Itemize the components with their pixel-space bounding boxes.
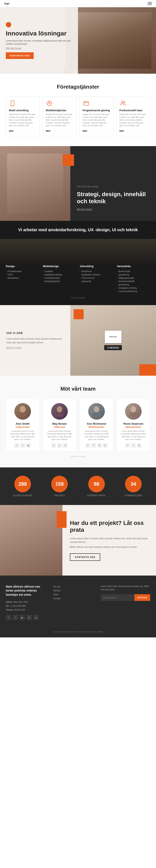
hero-title: Innovativa lösningar <box>6 30 72 37</box>
ann-p-icon[interactable]: p <box>103 443 107 448</box>
roxie-tw-icon[interactable]: t <box>131 443 136 448</box>
alex-yt-icon[interactable]: ▶ <box>26 443 31 448</box>
team-desc-roxie: Lorem ipsum dolor sit amet, consectetur … <box>120 430 148 441</box>
agency-sub-label: SIN DIGITAL BYRÅ <box>77 186 150 188</box>
footer-bottom: Copyright © 2014-2024 All is reserved. P… <box>6 626 150 633</box>
may-tw-icon[interactable]: t <box>57 443 62 448</box>
dev-item-3: ›Front end och <box>80 277 113 279</box>
roxie-fb-icon[interactable]: f <box>125 443 130 448</box>
project-orange-accent <box>57 511 67 528</box>
project-section: Har du ett projekt? Låt oss prata Lorem … <box>0 505 156 576</box>
footer-fb-icon[interactable]: f <box>6 615 11 620</box>
team-social-may: f t in <box>46 443 74 448</box>
team-role-roxie: Marknadsförare <box>120 426 148 428</box>
hero-cta-button[interactable]: KONTAKTA OSS <box>6 52 34 59</box>
stat-circle-4: 34 <box>125 476 141 492</box>
footer-address-label: Adress: <box>6 601 13 603</box>
what-link[interactable]: Bild från Freepik <box>6 347 64 349</box>
stat-circle-2: 158 <box>51 476 68 492</box>
stats-section: 288 GLADA KUNDER 158 PROJEKT 98 KOPPAR K… <box>0 467 156 505</box>
footer-social-row: f t ▶ in p <box>6 615 47 620</box>
footer-hours-label: Timmar: <box>6 609 13 611</box>
team-card-ann: Ann Richmond Webbutvecklare Lorem ipsum … <box>80 399 113 451</box>
avatar-may <box>51 403 68 420</box>
what-right: MOCKUP CUBIKEN <box>70 305 156 376</box>
project-more: Bläde ultrices nec tortor pulvinar ester… <box>70 545 149 549</box>
roxie-in-icon[interactable]: in <box>137 443 141 448</box>
svg-point-9 <box>123 101 125 103</box>
team-name-may: May Brown <box>46 422 74 425</box>
footer: Nam ultrices ultrices nec tortor pulvina… <box>0 576 156 638</box>
team-name-alex: Alex Smith <box>8 422 37 425</box>
svg-point-11 <box>57 406 62 412</box>
footer-newsletter-desc: Lorem ipsum dolor sit amet tortor pulvin… <box>101 585 150 591</box>
design-item-3: ›Illustrationer <box>6 277 39 279</box>
footer-submit-button[interactable]: SKICKA <box>134 594 150 601</box>
team-role-may: Fältkonsult <box>46 426 74 428</box>
what-orange-bottom <box>139 364 156 376</box>
team-role-ann: Webbutvecklare <box>82 426 111 428</box>
team-grid: Alex Smith Fotojournalist Lorem ipsum do… <box>6 399 150 451</box>
service-card-2-link[interactable]: MER <box>46 130 50 132</box>
agency-title: Strategi, design, innehåll och teknik <box>77 191 150 205</box>
footer-phone-value: +1 (212) 820-850 <box>9 605 26 607</box>
stat-label-2: PROJEKT <box>43 494 77 497</box>
team-role-alex: Fotojournalist <box>8 426 37 428</box>
agency-link[interactable]: Bild från Freepik <box>77 208 150 211</box>
footer-email-input[interactable] <box>101 594 134 601</box>
hero-description: Lorem ipsum dolor sit amet, consectetur … <box>6 39 72 45</box>
may-fb-icon[interactable]: f <box>51 443 56 448</box>
agency-content: SIN DIGITAL BYRÅ Strategi, design, inneh… <box>70 146 156 221</box>
footer-links-item-2[interactable]: Tjänster <box>53 589 95 592</box>
hero-photo-credit[interactable]: Bläs från Freepik <box>6 47 72 50</box>
ann-fb-icon[interactable]: f <box>85 443 90 448</box>
ann-tw-icon[interactable]: t <box>91 443 96 448</box>
hamburger-menu[interactable] <box>148 2 152 5</box>
svg-point-12 <box>94 406 99 412</box>
svg-point-7 <box>85 102 85 102</box>
footer-in-icon[interactable]: in <box>26 615 32 620</box>
ann-in-icon[interactable]: in <box>97 443 102 448</box>
service-card-2-desc: Simple door sit amet. Duis aport ut dict… <box>46 113 73 127</box>
webdesign-item-4: ›Webbplatsdefinit <box>43 280 76 282</box>
team-card-roxie: Roxie Swanson Marknadsförare Lorem ipsum… <box>117 399 150 451</box>
alex-fb-icon[interactable]: f <box>15 443 19 448</box>
svg-point-10 <box>20 406 26 413</box>
service-card-4-desc: Simple door sit amet. Duis aport ut dict… <box>120 113 147 127</box>
avatar-ann <box>88 403 105 420</box>
dev-col-title: Utveckling <box>80 265 113 268</box>
brand-item-6: ›Strategisk inriktning <box>117 287 150 289</box>
may-in-icon[interactable]: in <box>63 443 68 448</box>
dev-column: Utveckling ›WordPress ›Applikation Uträk… <box>80 265 113 293</box>
service-card-3-link[interactable]: MER <box>83 130 87 132</box>
dev-item-4: ›Javascript <box>80 280 113 282</box>
stats-grid: 288 GLADA KUNDER 158 PROJEKT 98 KOPPAR K… <box>6 476 150 497</box>
footer-p-icon[interactable]: p <box>33 615 39 620</box>
footer-input-row: SKICKA <box>101 594 150 601</box>
stat-item-2: 158 PROJEKT <box>43 476 77 497</box>
footer-links-item-3[interactable]: Team <box>53 593 95 596</box>
footer-yt-icon[interactable]: ▶ <box>20 615 25 620</box>
service-card-3-title: Programvaroid givning <box>83 109 110 112</box>
footer-tw-icon[interactable]: t <box>13 615 18 620</box>
brand-item-3: ›Målgruppsanalys <box>117 277 150 279</box>
footer-links-item-4[interactable]: Kontakt <box>53 597 95 600</box>
service-card-4-link[interactable]: MER <box>120 130 124 132</box>
footer-links-item-1[interactable]: Om oss <box>53 586 95 588</box>
agency-section: SIN DIGITAL BYRÅ Strategi, design, inneh… <box>0 146 156 221</box>
project-cta-button[interactable]: KONTAKTA OSS <box>70 553 100 561</box>
svg-point-1 <box>12 105 13 106</box>
design-col-title: Design <box>6 265 39 268</box>
webdesign-column: Webbdesign ›Projektar ›Applikationsdesig… <box>43 265 76 293</box>
stat-item-4: 34 UTMÄRKELSER <box>117 476 150 497</box>
alex-tw-icon[interactable]: t <box>20 443 25 448</box>
svg-point-8 <box>121 101 123 103</box>
service-card-1-link[interactable]: MER <box>9 130 14 132</box>
team-photo-credit: Bläde av Freepik <box>6 455 150 458</box>
cubiken-logo: CUBIKEN <box>104 345 122 350</box>
brand-item-5: ›grandiering <box>117 283 150 286</box>
agency-orange-accent <box>62 154 74 166</box>
svg-point-13 <box>131 406 136 412</box>
team-social-ann: f t in p <box>82 443 111 448</box>
project-image-left <box>0 505 62 576</box>
